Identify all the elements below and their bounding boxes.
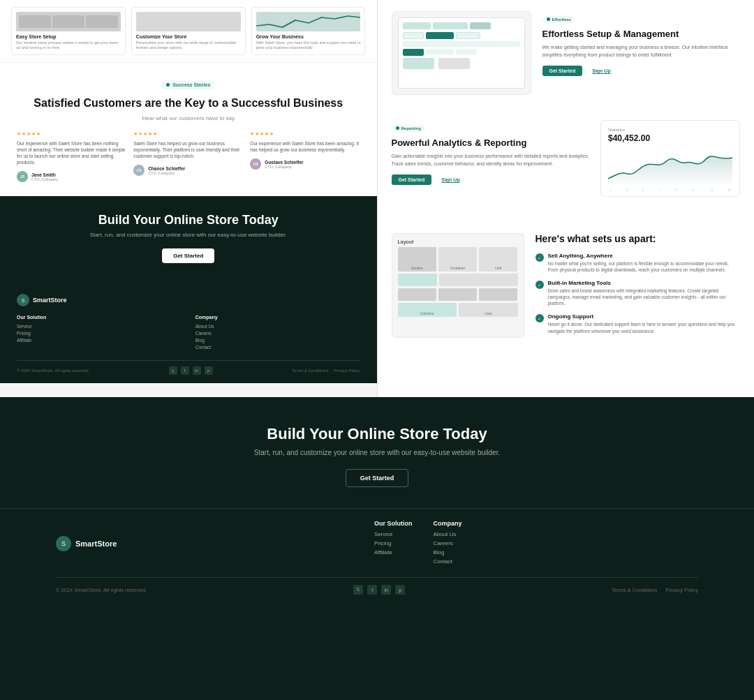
- terms-link[interactable]: Terms & Conditions: [292, 368, 328, 373]
- effortless-buttons: Get Started Sign Up: [542, 66, 741, 76]
- bottom-facebook-icon[interactable]: f: [367, 585, 377, 595]
- right-panel: Effortless Effortless Setup & Management…: [378, 0, 755, 397]
- avatar-2: GS: [250, 158, 261, 170]
- bottom-footer-about[interactable]: About Us: [433, 531, 461, 537]
- logo-icon: S: [17, 294, 29, 306]
- bottom-terms-link[interactable]: Terms & Conditions: [612, 587, 657, 593]
- left-panel: Easy Store Setup Our intuitive setup pro…: [0, 0, 377, 397]
- cards-strip: Easy Store Setup Our intuitive setup pro…: [0, 0, 377, 63]
- analytics-sign-up[interactable]: Sign Up: [436, 174, 465, 185]
- bottom-linkedin-icon[interactable]: in: [381, 585, 391, 595]
- avatar-0: JS: [17, 171, 28, 182]
- footer-link-about[interactable]: About Us: [195, 324, 360, 329]
- analytics-get-started[interactable]: Get Started: [392, 174, 432, 185]
- stars-0: ★ ★ ★ ★ ★: [17, 131, 126, 137]
- bottom-footer-careers[interactable]: Careers: [433, 540, 461, 546]
- testimonials-list: ★ ★ ★ ★ ★ Our experience with Saleh Stor…: [17, 131, 360, 182]
- bottom-footer-pricing[interactable]: Pricing: [374, 540, 413, 546]
- left-footer-col-0: Our Solution Service Pricing Affiliate: [17, 315, 182, 352]
- success-section: Success Stories Satisfied Customers are …: [0, 63, 377, 196]
- bottom-footer-affiliate[interactable]: Affiliate: [374, 549, 413, 556]
- stars-1: ★ ★ ★ ★ ★: [133, 131, 243, 137]
- analytics-feature: Reporting Powerful Analytics & Reporting…: [378, 120, 755, 222]
- apart-item-2: ✓ Ongoing Support Never go it alone. Our…: [535, 313, 741, 334]
- card-easy-setup: Easy Store Setup Our intuitive setup pro…: [11, 7, 126, 55]
- bottom-footer-contact[interactable]: Contact: [433, 558, 461, 565]
- bottom-footer: S SmartStore Our Solution Service Pricin…: [0, 508, 754, 603]
- author-2: GS Gustave Schieffer CTO, Company: [250, 158, 360, 170]
- linkedin-icon[interactable]: in: [193, 366, 201, 375]
- text-editor-mock: [398, 17, 525, 89]
- twitter-icon[interactable]: 𝕏: [169, 366, 177, 375]
- left-cta-section: Build Your Online Store Today Start, run…: [0, 196, 377, 280]
- bottom-footer-bottom: © 2024 SmartStore. All rights reserved. …: [56, 577, 698, 595]
- avatar-1: CS: [133, 165, 145, 176]
- left-cta-button[interactable]: Get Started: [162, 248, 214, 263]
- left-footer-social: 𝕏 f in p: [169, 366, 213, 375]
- bottom-footer-service[interactable]: Service: [374, 531, 413, 537]
- footer-link-service[interactable]: Service: [17, 324, 182, 329]
- card-grow: Grow Your Business With Saleh Store, you…: [251, 7, 366, 55]
- bottom-footer-cols: Our Solution Service Pricing Affiliate C…: [138, 520, 698, 567]
- effortless-desc: We make getting started and managing you…: [542, 44, 741, 59]
- apart-section: Layout Section Container Unit: [378, 222, 755, 352]
- apart-item-0: ✓ Sell Anything, Anywhere No matter what…: [535, 253, 741, 273]
- chart-svg: [608, 147, 732, 186]
- pinterest-icon[interactable]: p: [205, 366, 213, 375]
- text-editor-image: [392, 11, 531, 95]
- effortless-sign-up[interactable]: Sign Up: [586, 66, 616, 76]
- author-1: CS Chance Schieffer CTO, Company: [133, 165, 243, 176]
- support-icon: ✓: [535, 314, 544, 322]
- sell-icon: ✓: [535, 253, 544, 262]
- left-footer-col-1: Company About Us Careers Blog Contact: [195, 315, 360, 352]
- footer-link-blog[interactable]: Blog: [195, 338, 360, 343]
- effortless-row: Effortless Effortless Setup & Management…: [392, 11, 741, 95]
- left-footer-bottom: © 2024 SmartStore. All rights reserved. …: [17, 360, 360, 375]
- left-footer-legal: Terms & Conditions Privacy Policy: [292, 368, 360, 373]
- analytics-badge: Reporting: [392, 125, 425, 132]
- left-footer: S SmartStore Our Solution Service Pricin…: [0, 280, 377, 383]
- bottom-pinterest-icon[interactable]: p: [395, 585, 405, 595]
- testimonial-2: ★ ★ ★ ★ ★ Our experience with Saleh Stor…: [250, 131, 360, 182]
- marketing-icon: ✓: [535, 281, 544, 289]
- bottom-cta-title: Build Your Online Store Today: [17, 425, 737, 443]
- bottom-footer-logo: S SmartStore: [56, 520, 117, 567]
- effortless-badge: Effortless: [542, 16, 576, 23]
- bottom-twitter-icon[interactable]: 𝕏: [353, 585, 363, 595]
- bottom-cta-desc: Start, run, and customize your online st…: [17, 449, 737, 456]
- effortless-content: Effortless Effortless Setup & Management…: [542, 11, 741, 95]
- bottom-privacy-link[interactable]: Privacy Policy: [665, 587, 698, 593]
- footer-link-contact[interactable]: Contact: [195, 345, 360, 350]
- apart-item-1: ✓ Built-in Marketing Tools Drive sales a…: [535, 280, 741, 306]
- analytics-row: Reporting Powerful Analytics & Reporting…: [392, 120, 741, 197]
- bottom-footer-legal: Terms & Conditions Privacy Policy: [612, 587, 698, 593]
- layout-image: Layout Section Container Unit: [392, 233, 524, 338]
- analytics-chart: Statistics $40,452.00: [600, 120, 740, 197]
- left-footer-columns: Our Solution Service Pricing Affiliate C…: [17, 315, 360, 352]
- footer-link-affiliate[interactable]: Affiliate: [17, 338, 182, 343]
- analytics-buttons: Get Started Sign Up: [392, 174, 590, 185]
- bottom-footer-blog[interactable]: Blog: [433, 549, 461, 556]
- bottom-footer-col-1: Company About Us Careers Blog Contact: [433, 520, 461, 567]
- apart-content: Here's what sets us apart: ✓ Sell Anythi…: [535, 233, 741, 341]
- effortless-get-started[interactable]: Get Started: [542, 66, 583, 76]
- privacy-link[interactable]: Privacy Policy: [334, 368, 360, 373]
- card-customize: Customize Your Store Personalize your st…: [131, 7, 246, 55]
- facebook-icon[interactable]: f: [181, 366, 189, 375]
- testimonial-1: ★ ★ ★ ★ ★ Saleh Store has helped us grow…: [133, 131, 243, 182]
- effortless-feature: Effortless Effortless Setup & Management…: [378, 0, 755, 120]
- footer-link-careers[interactable]: Careers: [195, 331, 360, 336]
- apart-title: Here's what sets us apart:: [535, 233, 741, 244]
- success-subtitle: Hear what our customers have to say: [17, 115, 360, 121]
- bottom-logo-icon: S: [56, 536, 71, 551]
- top-section: Easy Store Setup Our intuitive setup pro…: [0, 0, 754, 397]
- stars-2: ★ ★ ★ ★ ★: [250, 131, 360, 137]
- analytics-desc: Gain actionable insights into your busin…: [392, 153, 590, 167]
- success-title: Satisfied Customers are the Key to a Suc…: [17, 96, 360, 111]
- bottom-logo-text: SmartStore: [75, 539, 117, 548]
- analytics-title: Powerful Analytics & Reporting: [392, 137, 590, 149]
- effortless-title: Effortless Setup & Management: [542, 29, 741, 40]
- analytics-content: Reporting Powerful Analytics & Reporting…: [392, 120, 590, 197]
- footer-link-pricing[interactable]: Pricing: [17, 331, 182, 336]
- bottom-cta-button[interactable]: Get Started: [346, 469, 409, 487]
